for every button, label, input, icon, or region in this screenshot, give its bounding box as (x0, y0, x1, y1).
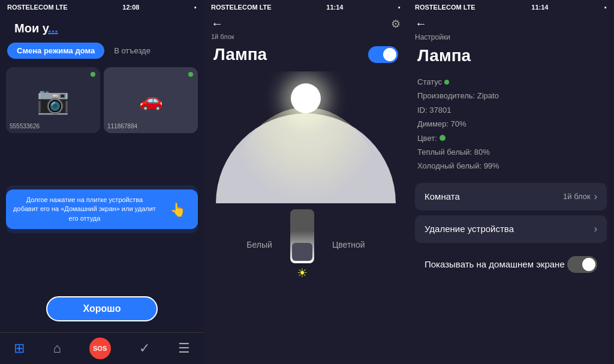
lamp-visual (204, 71, 408, 203)
panel-lamp-control: ROSTELECOM LTE 11:14 ▪ ← ⚙ 1й блок Лампа… (204, 0, 408, 364)
status-bar-3: ROSTELECOM LTE 11:14 ▪ (408, 0, 614, 14)
hand-icon: 👆 (170, 199, 186, 219)
id-label: ID: 37801 (417, 103, 451, 117)
nav-menu-icon[interactable]: ☰ (178, 341, 190, 356)
room-value-area: 1й блок › (563, 191, 597, 202)
device-card-1[interactable]: 📷 555533626 (6, 67, 100, 133)
camera-icon-1: 📷 (37, 85, 70, 116)
carrier-3: ROSTELECOM LTE (415, 4, 475, 11)
delete-row[interactable]: Удаление устройства › (415, 215, 607, 243)
status-dot-2 (188, 72, 193, 77)
battery-icon-2: ▪ (398, 4, 401, 11)
device-card-3[interactable]: Долгое нажатие на плитке устройства доба… (6, 185, 198, 233)
sun-icon: ☀ (297, 266, 308, 280)
mode-home-button[interactable]: Смена режима дома (7, 43, 104, 59)
block-label-2: 1й блок (204, 33, 408, 43)
p3-topbar: ← (408, 14, 614, 33)
lamp-glow (228, 107, 384, 203)
info-section: Статус Производитель: Zipato ID: 37801 Д… (408, 73, 614, 181)
room-row[interactable]: Комната 1й блок › (415, 183, 607, 210)
warm-white-row: Теплый белый: 80% (417, 145, 604, 159)
id-row: ID: 37801 (417, 103, 604, 117)
ok-button[interactable]: Хорошо (46, 296, 158, 321)
bottom-nav: ⊞ ⌂ SOS ✓ ☰ (0, 332, 204, 364)
back-button-2[interactable]: ← (211, 17, 223, 31)
lamp-title-3: Лампа (408, 44, 614, 73)
dimmer-row: Диммер: 70% (417, 117, 604, 131)
device-id-2: 111867884 (107, 123, 137, 130)
status-bar-1: ROSTELECOM LTE 12:08 ▪ (0, 0, 204, 14)
manufacturer-label: Производитель: Zipato (417, 89, 499, 103)
lamp-title-2: Лампа (213, 45, 267, 64)
battery-icon-3: ▪ (604, 4, 607, 11)
time-2: 11:14 (326, 4, 343, 11)
chevron-icon-1: › (594, 191, 597, 202)
battery-icon: ▪ (194, 4, 197, 11)
status-dot-1 (91, 72, 95, 77)
panel-lamp-settings: ROSTELECOM LTE 11:14 ▪ ← Настройки Лампа… (408, 0, 614, 364)
lamp-header-2: Лампа (204, 43, 408, 71)
room-value: 1й блок (563, 192, 591, 201)
back-button-3[interactable]: ← (415, 17, 427, 31)
sos-button[interactable]: SOS (89, 338, 111, 359)
settings-icon-2[interactable]: ⚙ (391, 17, 401, 31)
room-label: Комната (425, 191, 460, 201)
warm-white-label: Теплый белый: 80% (417, 145, 490, 159)
slider-thumb (292, 243, 312, 261)
mode-away-button[interactable]: В отъезде (109, 43, 155, 59)
lamp-bulb (291, 83, 321, 113)
status-bar-2: ROSTELECOM LTE 11:14 ▪ (204, 0, 408, 14)
time-3: 11:14 (531, 4, 548, 11)
chevron-icon-2: › (594, 224, 597, 234)
manufacturer-row: Производитель: Zipato (417, 89, 604, 103)
settings-label: Настройки (408, 33, 614, 44)
lamp-toggle[interactable] (368, 46, 398, 63)
dimmer-label: Диммер: 70% (417, 117, 466, 131)
color-colored-label: Цветной (332, 240, 365, 249)
show-home-row: Показывать на домашнем экране (415, 248, 607, 281)
page-title-1: Мои у... (7, 17, 65, 40)
carrier-2: ROSTELECOM LTE (211, 4, 272, 11)
show-home-toggle[interactable] (567, 256, 597, 273)
status-row: Статус (417, 75, 604, 89)
device-card-2[interactable]: 🚗 111867884 (104, 67, 198, 133)
device-grid: 📷 555533626 🚗 111867884 Долгое нажатие н… (0, 64, 204, 285)
status-label: Статус (417, 75, 442, 89)
color-row: Цвет: (417, 131, 604, 145)
color-white-label: Белый (246, 240, 272, 249)
time-1: 12:08 (122, 4, 139, 11)
delete-label: Удаление устройства (425, 224, 514, 234)
nav-check-icon[interactable]: ✓ (139, 341, 150, 356)
cold-white-row: Холодный белый: 99% (417, 159, 604, 173)
mode-buttons: Смена режима дома В отъезде (0, 40, 204, 64)
status-indicator (444, 80, 449, 85)
dimmer-area: Белый ☀ Цветной (204, 203, 408, 286)
dimmer-slider[interactable]: ☀ (290, 209, 314, 280)
status-icons-1: ▪ (194, 4, 197, 11)
vertical-slider[interactable] (290, 209, 314, 263)
carrier-1: ROSTELECOM LTE (7, 4, 68, 11)
cold-white-label: Холодный белый: 99% (417, 159, 499, 173)
nav-grid-icon[interactable]: ⊞ (14, 341, 25, 356)
p2-topbar: ← ⚙ (204, 14, 408, 33)
show-home-label: Показывать на домашнем экране (425, 259, 565, 269)
color-indicator (440, 135, 446, 141)
nav-home-icon[interactable]: ⌂ (53, 341, 61, 356)
panel-home: ROSTELECOM LTE 12:08 ▪ Мои у... Смена ре… (0, 0, 204, 364)
tooltip-text: Долгое нажатие на плитке устройства доба… (13, 195, 174, 223)
device-id-1: 555533626 (10, 123, 40, 130)
color-label: Цвет: (417, 131, 437, 145)
